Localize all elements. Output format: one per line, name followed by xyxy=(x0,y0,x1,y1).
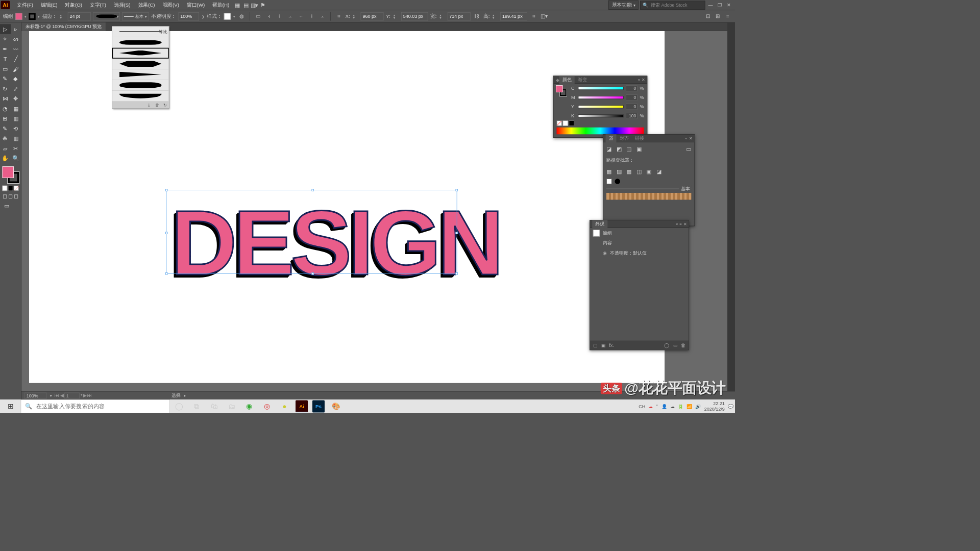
fill-swatch[interactable] xyxy=(15,13,22,20)
appearance-panel[interactable]: 外观«≡✕ 编组 内容 ◉不透明度：默认值 ▢ ▣ fx. ◯ ▭ 🗑 xyxy=(590,220,689,350)
align-c-icon[interactable]: ⫲ xyxy=(275,12,284,21)
crop-icon[interactable]: ◫ xyxy=(636,168,642,175)
brush-def[interactable]: 基本▾ xyxy=(122,12,149,21)
slice-tool[interactable]: ✂ xyxy=(11,143,21,154)
browser-icon[interactable]: ◉ xyxy=(240,399,258,413)
perspective-tool[interactable]: ▦ xyxy=(11,104,21,114)
free-transform-tool[interactable]: ✥ xyxy=(11,94,21,104)
taskbar-search[interactable]: 🔍在这里输入你要搜索的内容 xyxy=(21,399,170,413)
scale-tool[interactable]: ⤢ xyxy=(11,84,21,94)
eraser-tool[interactable]: ◆ xyxy=(11,74,21,84)
width-tool[interactable]: ⋈ xyxy=(0,94,11,104)
reset-profile-icon[interactable]: ↻ xyxy=(163,103,167,108)
align-m-icon[interactable]: ⫲ xyxy=(307,12,316,21)
align-r-icon[interactable]: ⫠ xyxy=(286,12,295,21)
profile-3[interactable] xyxy=(112,59,169,69)
black-swatch[interactable] xyxy=(569,120,575,126)
gradient-mode[interactable] xyxy=(8,186,13,191)
recolor-icon[interactable]: ◍ xyxy=(237,12,246,21)
tray-volume-icon[interactable]: 🔊 xyxy=(695,404,701,409)
mb-icon-2[interactable]: ▤ xyxy=(241,1,250,9)
netease-icon[interactable]: ◎ xyxy=(258,399,276,413)
notifications-icon[interactable]: 💬 xyxy=(728,404,733,409)
draw-normal[interactable]: ◻ xyxy=(3,192,8,199)
opacity-input[interactable]: 100% xyxy=(179,12,200,21)
taskview-icon[interactable]: ⧉ xyxy=(188,399,206,413)
tray-wifi-icon[interactable]: 📶 xyxy=(687,404,692,409)
mesh-tool[interactable]: ⊞ xyxy=(0,114,11,124)
align-doc-icon[interactable]: ▭ xyxy=(254,12,262,21)
stroke-weight-stepper[interactable]: ▲▼ xyxy=(59,14,65,19)
trash-icon[interactable]: 🗑 xyxy=(681,342,685,348)
profile-6[interactable] xyxy=(112,91,169,102)
merge-icon[interactable]: ▩ xyxy=(626,168,632,175)
symbol-spray-tool[interactable]: ❋ xyxy=(0,134,11,144)
m-slider[interactable] xyxy=(578,96,624,99)
link-wh-icon[interactable]: ⛓ xyxy=(473,12,481,21)
minusback-icon[interactable]: ◪ xyxy=(656,168,662,175)
line-tool[interactable]: ╱ xyxy=(11,54,21,64)
dup-icon[interactable]: ▭ xyxy=(673,342,677,348)
profile-1[interactable] xyxy=(112,37,169,48)
h-input[interactable]: 199.41 px xyxy=(500,12,527,21)
minus-icon[interactable]: ◩ xyxy=(617,145,622,153)
intersect-icon[interactable]: ◫ xyxy=(626,145,632,153)
outline-icon[interactable]: ▣ xyxy=(646,168,652,175)
screen-mode[interactable]: ▭ xyxy=(3,201,12,211)
trim-icon[interactable]: ▨ xyxy=(617,168,622,175)
none-swatch[interactable] xyxy=(557,120,562,126)
explorer-icon[interactable]: 🗂 xyxy=(223,399,241,413)
menu-file[interactable]: 文件(F) xyxy=(13,0,37,10)
ap-menu-icon[interactable]: ≡ xyxy=(679,222,681,226)
add-effect-icon[interactable]: fx. xyxy=(609,342,614,348)
pathfinder-panel[interactable]: 器对齐链接«✕ ◪◩◫▣ ▭ 路径查找器： ▦▨▩◫▣◪ xyxy=(603,134,695,226)
style-swatch[interactable] xyxy=(224,13,231,20)
gradient-tool[interactable]: ▥ xyxy=(11,114,21,124)
app-icon-1[interactable]: ● xyxy=(276,399,293,413)
brush-tool[interactable]: 🖌 xyxy=(11,64,21,74)
start-button[interactable]: ⊞ xyxy=(0,399,21,413)
w-input[interactable]: 734 px xyxy=(447,12,470,21)
paint-icon[interactable]: 🎨 xyxy=(327,399,345,413)
cortana-icon[interactable]: ◯ xyxy=(170,399,188,413)
width-profile-dropdown[interactable]: 等比 ⭳🗑↻ xyxy=(112,26,169,109)
y-slider[interactable] xyxy=(578,105,624,108)
appearance-group[interactable]: 编组 xyxy=(603,230,612,236)
appearance-opacity[interactable]: 不透明度：默认值 xyxy=(610,249,647,256)
tray-clock[interactable]: 22:212020/12/9 xyxy=(704,401,725,412)
menu-help[interactable]: 帮助(H) xyxy=(209,0,233,10)
window-min[interactable]: ― xyxy=(707,2,715,8)
doc-tab-1[interactable]: 未标题-1* @ 100% (CMYK/GPU 预览 xyxy=(21,22,106,31)
lasso-tool[interactable]: ᔕ xyxy=(11,34,21,44)
hand-tool[interactable]: ✋ xyxy=(0,154,11,164)
zoom-level[interactable]: 100% xyxy=(24,392,47,398)
profile-2[interactable] xyxy=(112,48,169,59)
zoom-tool[interactable]: 🔍 xyxy=(11,154,21,164)
workspace-switcher[interactable]: 基本功能 xyxy=(608,1,639,10)
divide-icon[interactable]: ▦ xyxy=(606,168,612,175)
ap-close-icon[interactable]: ✕ xyxy=(683,222,687,226)
profile-5[interactable] xyxy=(112,80,169,91)
m-value[interactable]: 0 xyxy=(626,94,638,101)
tray-sogou-icon[interactable]: ☁ xyxy=(648,404,653,409)
clear-icon[interactable]: ◯ xyxy=(664,342,669,348)
tray-cloud-icon[interactable]: ☁ xyxy=(670,404,675,409)
panel-close-icon[interactable]: ✕ xyxy=(642,78,645,82)
fill-stroke-control[interactable] xyxy=(2,166,20,184)
window-max[interactable]: ❐ xyxy=(716,2,724,8)
align-b-icon[interactable]: ⫠ xyxy=(318,12,327,21)
stock-search[interactable]: 🔍搜索 Adobe Stock xyxy=(640,1,705,9)
tray-up-icon[interactable]: ˄ xyxy=(656,404,658,409)
edit-contents-icon[interactable]: ⊞ xyxy=(714,12,722,21)
mb-icon-1[interactable]: ▦ xyxy=(233,1,242,9)
white-swatch[interactable] xyxy=(563,120,569,126)
curvature-tool[interactable]: 〰 xyxy=(11,44,21,54)
type-tool[interactable]: T xyxy=(0,54,11,64)
corner-icon[interactable]: ◫▾ xyxy=(540,12,549,21)
menu-object[interactable]: 对象(O) xyxy=(61,0,86,10)
taskbar-ps[interactable]: Ps xyxy=(312,400,325,413)
expand-icon[interactable]: ▭ xyxy=(686,145,692,153)
blend-tool[interactable]: ⟲ xyxy=(11,123,21,134)
c-slider[interactable] xyxy=(578,87,624,90)
x-input[interactable]: 960 px xyxy=(361,12,384,21)
